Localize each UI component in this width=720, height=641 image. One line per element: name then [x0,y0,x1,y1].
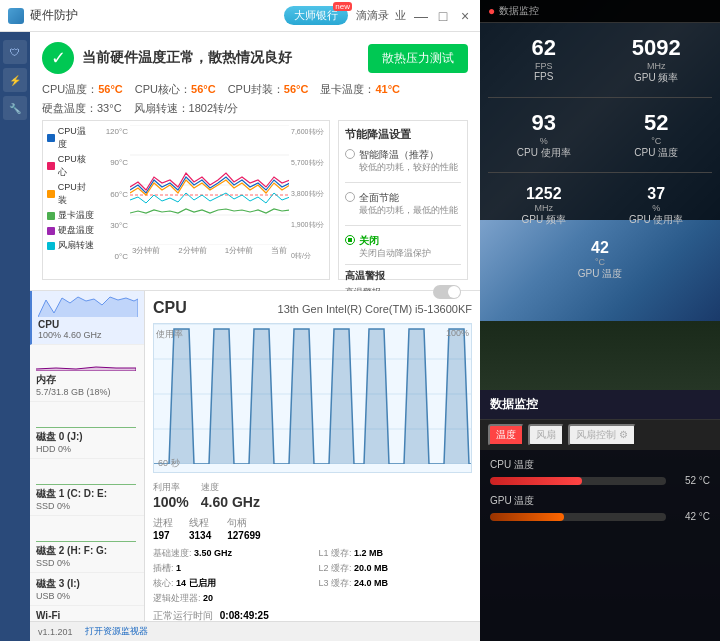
sidebar-item-1[interactable]: 🛡 [3,40,27,64]
gpu-temp-bar-track [490,513,666,521]
handles-label: 句柄 [227,516,260,530]
gpu-temp-monitor-label: GPU 温度 [490,494,710,508]
gpu-usage-value: 37 [605,185,709,203]
resource-item-memory[interactable]: 内存 5.7/31.8 GB (18%) [30,345,144,402]
warning-toggle[interactable] [433,285,461,299]
chart-section: CPU温度 CPU核心 CPU封装 [42,120,468,280]
cpu-usage-sub: 100% 4.60 GHz [38,330,138,340]
monitor-overlay: 数据监控 温度 风扇 风扇控制 ⚙ CPU 温度 52 °C GPU 温度 [480,390,720,641]
gpu-temp-monitor-value: 42 °C [674,511,710,522]
cpu-temp-stat: CPU温度：56°C [42,82,123,97]
monitor-content: CPU 温度 52 °C GPU 温度 42 °C [480,450,720,538]
cpu-detail-panel: CPU 13th Gen Intel(R) Core(TM) i5-13600K… [145,291,480,621]
radio-smart-cooling[interactable]: 智能降温（推荐） 较低的功耗，较好的性能 [345,148,461,174]
disk2-name: 磁盘 2 (H: F: G: [36,544,138,558]
gpu-temp-ov-unit: °C [480,257,720,267]
chart-x-axis: 3分钟前 2分钟前 1分钟前 当前 [130,245,289,256]
resource-item-wifi[interactable]: Wi-Fi WLAN 发送: 0 接收: 16.0 K [30,606,144,621]
resource-list: CPU 100% 4.60 GHz 内存 5.7/31.8 GB (18%) [30,291,145,621]
resource-item-disk3[interactable]: 磁盘 3 (I:) USB 0% [30,573,144,606]
fps-label: FPS [492,71,596,82]
hw-status-title: 当前硬件温度正常，散热情况良好 [82,49,292,67]
maximize-button[interactable]: □ [436,9,450,23]
uptime-value: 0:08:49:25 [220,610,269,621]
cpu-usage-label: CPU 使用率 [492,146,596,160]
legend-cpu-temp: CPU温度 [47,125,94,151]
tab-fan[interactable]: 风扇 [528,424,564,446]
radio-off[interactable]: 关闭 关闭自动降温保护 [345,234,461,260]
gpu-temp-ov-value: 42 [480,239,720,257]
disk0-sub: HDD 0% [36,444,138,454]
app-title: 硬件防护 [30,7,284,24]
disk-temp-stat: 硬盘温度：33°C [42,101,122,116]
status-bar: v1.1.201 打开资源监视器 [30,621,480,641]
cpu-name-large: CPU [153,299,187,317]
tab-temperature[interactable]: 温度 [488,424,524,446]
cpu-usage-svg [154,324,471,464]
disk3-sub: USB 0% [36,591,138,601]
cpu-usage-unit: % [492,136,596,146]
l3-cache-row: L3 缓存: 24.0 MB [319,577,473,590]
settings-radio-group: 智能降温（推荐） 较低的功耗，较好的性能 全面节能 最低的功耗，最低的性能 [345,148,461,260]
app-icon [8,8,24,24]
processes-value: 197 [153,530,173,541]
resource-monitor-link[interactable]: 打开资源监视器 [85,625,148,638]
user2-label: 业 [395,8,406,23]
chart-label-60s: 60 秒 [158,457,180,470]
cpu-speed-group: 速度 4.60 GHz [201,481,260,510]
chart-y-axis-right: 7,600转/分 5,700转/分 3,800转/分 1,900转/分 0转/分 [289,125,325,275]
cores-row: 核心: 14 已启用 [153,577,307,590]
temperature-chart [130,125,289,245]
cpu-temp-monitor-label: CPU 温度 [490,458,710,472]
hw-stats-row2: 硬盘温度：33°C 风扇转速：1802转/分 [42,101,468,116]
legend-disk-temp: 硬盘温度 [47,224,94,237]
base-speed-row: 基础速度: 3.50 GHz [153,547,307,560]
gpu-temp-bar [490,513,564,521]
fps-unit: FPS [492,61,596,71]
dajian-button[interactable]: 大师银行 new [284,6,348,25]
threads-value: 3134 [189,530,211,541]
gpu-freq-unit: MHz [605,61,709,71]
resource-item-disk1[interactable]: 磁盘 1 (C: D: E: SSD 0% [30,459,144,516]
cpu-name: CPU [38,319,138,330]
cpu-core-stat: CPU核心：56°C [135,82,216,97]
minimize-button[interactable]: — [414,9,428,23]
close-button[interactable]: × [458,9,472,23]
wifi-name: Wi-Fi [36,610,138,621]
disk1-sub: SSD 0% [36,501,138,511]
resource-item-cpu[interactable]: CPU 100% 4.60 GHz [30,291,144,345]
fps-grid3: 1252 MHz GPU 频率 37 % GPU 使用率 [480,173,720,239]
legend-cpu-pkg: CPU封装 [47,181,94,207]
sidebar: 🛡 ⚡ 🔧 [0,32,30,641]
legend-cpu-core: CPU核心 [47,153,94,179]
fps-value: 62 [492,35,596,61]
monitor-header: 数据监控 [480,390,720,420]
tab-fan-control[interactable]: 风扇控制 ⚙ [568,424,636,446]
processes-group: 进程 197 [153,516,173,541]
sidebar-item-2[interactable]: ⚡ [3,68,27,92]
cpu-sparkline [38,295,138,317]
cpu-pkg-stat: CPU封装：56°C [228,82,309,97]
radio-full-save[interactable]: 全面节能 最低的功耗，最低的性能 [345,191,461,217]
gpu-freq-item: 5092 MHz GPU 频率 [601,31,713,89]
gpu-freq-label: GPU 频率 [605,71,709,85]
disk0-name: 磁盘 0 (J:) [36,430,138,444]
gpu-usage-unit: % [605,203,709,213]
stress-test-button[interactable]: 散热压力测试 [368,44,468,73]
utilization-label: 利用率 [153,481,189,494]
resource-item-disk0[interactable]: 磁盘 0 (J:) HDD 0% [30,402,144,459]
l2-cache-row: L2 缓存: 20.0 MB [319,562,473,575]
hw-stats-row: CPU温度：56°C CPU核心：56°C CPU封装：56°C 显卡温度：41… [42,82,468,97]
disk1-name: 磁盘 1 (C: D: E: [36,487,138,501]
disk0-sparkline [36,406,136,428]
sidebar-item-3[interactable]: 🔧 [3,96,27,120]
resource-item-disk2[interactable]: 磁盘 2 (H: F: G: SSD 0% [30,516,144,573]
gpu-temp-ov-label: GPU 温度 [480,267,720,281]
handles-value: 127699 [227,530,260,541]
chart-label-100: 100% [446,328,469,338]
speed-value: 4.60 GHz [201,494,260,510]
cpu-utilization-group: 利用率 100% [153,481,189,510]
gpu-freq2-value: 1252 [492,185,596,203]
disk3-name: 磁盘 3 (I:) [36,577,138,591]
cpu-temp-monitor: CPU 温度 52 °C [490,458,710,486]
